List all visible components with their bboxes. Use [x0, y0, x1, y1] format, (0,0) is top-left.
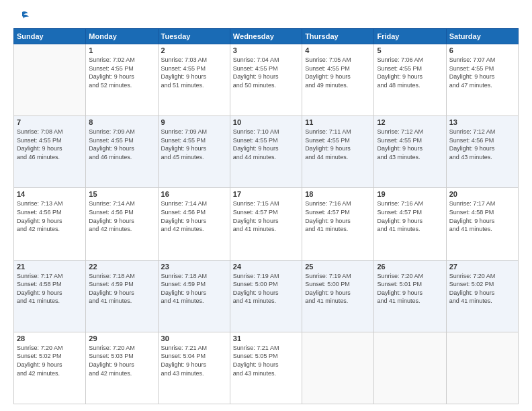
- calendar-cell: 24Sunrise: 7:19 AM Sunset: 5:00 PM Dayli…: [230, 260, 302, 332]
- day-number: 30: [161, 334, 227, 342]
- day-info: Sunrise: 7:20 AM Sunset: 5:01 PM Dayligh…: [377, 272, 443, 306]
- calendar-cell: 19Sunrise: 7:16 AM Sunset: 4:57 PM Dayli…: [374, 188, 446, 260]
- day-info: Sunrise: 7:17 AM Sunset: 4:58 PM Dayligh…: [449, 199, 515, 233]
- day-info: Sunrise: 7:06 AM Sunset: 4:55 PM Dayligh…: [377, 56, 443, 89]
- calendar-header-monday: Monday: [86, 29, 158, 44]
- calendar-cell: 25Sunrise: 7:19 AM Sunset: 5:00 PM Dayli…: [302, 260, 374, 332]
- day-number: 7: [17, 118, 83, 126]
- day-info: Sunrise: 7:03 AM Sunset: 4:55 PM Dayligh…: [161, 56, 227, 89]
- calendar-cell: 5Sunrise: 7:06 AM Sunset: 4:55 PM Daylig…: [374, 44, 446, 116]
- day-number: 21: [17, 263, 83, 271]
- day-number: 8: [89, 118, 154, 126]
- calendar-cell: 3Sunrise: 7:04 AM Sunset: 4:55 PM Daylig…: [230, 44, 302, 116]
- day-number: 14: [17, 190, 83, 198]
- calendar-cell: 22Sunrise: 7:18 AM Sunset: 4:59 PM Dayli…: [86, 260, 158, 332]
- day-number: 24: [233, 263, 299, 271]
- day-number: 11: [305, 118, 371, 126]
- logo-bird-icon: [15, 11, 30, 23]
- day-info: Sunrise: 7:10 AM Sunset: 4:55 PM Dayligh…: [233, 128, 299, 161]
- calendar-cell: 23Sunrise: 7:18 AM Sunset: 4:59 PM Dayli…: [158, 260, 230, 332]
- calendar-cell: 20Sunrise: 7:17 AM Sunset: 4:58 PM Dayli…: [446, 188, 518, 260]
- calendar-header-friday: Friday: [374, 29, 446, 44]
- day-info: Sunrise: 7:20 AM Sunset: 5:02 PM Dayligh…: [449, 272, 515, 306]
- day-number: 31: [233, 334, 299, 342]
- day-number: 22: [89, 263, 154, 271]
- calendar-header-row: SundayMondayTuesdayWednesdayThursdayFrid…: [14, 29, 519, 44]
- calendar-cell: 30Sunrise: 7:21 AM Sunset: 5:04 PM Dayli…: [158, 332, 230, 404]
- day-number: 26: [377, 263, 443, 271]
- day-number: 16: [161, 190, 227, 198]
- day-number: 3: [233, 46, 299, 54]
- calendar-header-thursday: Thursday: [302, 29, 374, 44]
- calendar-cell: 7Sunrise: 7:08 AM Sunset: 4:55 PM Daylig…: [14, 116, 86, 188]
- calendar-header-saturday: Saturday: [446, 29, 518, 44]
- day-info: Sunrise: 7:02 AM Sunset: 4:55 PM Dayligh…: [89, 56, 154, 89]
- calendar-cell: 6Sunrise: 7:07 AM Sunset: 4:55 PM Daylig…: [446, 44, 518, 116]
- day-info: Sunrise: 7:21 AM Sunset: 5:05 PM Dayligh…: [233, 344, 299, 377]
- day-number: 5: [377, 46, 443, 54]
- calendar-cell: 8Sunrise: 7:09 AM Sunset: 4:55 PM Daylig…: [86, 116, 158, 188]
- day-number: 15: [89, 190, 154, 198]
- calendar-week-row: 1Sunrise: 7:02 AM Sunset: 4:55 PM Daylig…: [14, 44, 519, 116]
- day-number: 20: [449, 190, 515, 198]
- calendar-cell: [302, 332, 374, 404]
- calendar-cell: 11Sunrise: 7:11 AM Sunset: 4:55 PM Dayli…: [302, 116, 374, 188]
- day-info: Sunrise: 7:16 AM Sunset: 4:57 PM Dayligh…: [377, 199, 443, 233]
- calendar-week-row: 21Sunrise: 7:17 AM Sunset: 4:58 PM Dayli…: [14, 260, 519, 332]
- day-number: 18: [305, 190, 371, 198]
- day-number: 2: [161, 46, 227, 54]
- day-info: Sunrise: 7:18 AM Sunset: 4:59 PM Dayligh…: [89, 272, 154, 306]
- calendar-cell: 17Sunrise: 7:15 AM Sunset: 4:57 PM Dayli…: [230, 188, 302, 260]
- calendar-cell: 18Sunrise: 7:16 AM Sunset: 4:57 PM Dayli…: [302, 188, 374, 260]
- calendar-week-row: 7Sunrise: 7:08 AM Sunset: 4:55 PM Daylig…: [14, 116, 519, 188]
- header: [13, 11, 519, 21]
- calendar-week-row: 14Sunrise: 7:13 AM Sunset: 4:56 PM Dayli…: [14, 188, 519, 260]
- day-info: Sunrise: 7:20 AM Sunset: 5:03 PM Dayligh…: [89, 344, 154, 377]
- day-info: Sunrise: 7:18 AM Sunset: 4:59 PM Dayligh…: [161, 272, 227, 306]
- calendar-cell: 10Sunrise: 7:10 AM Sunset: 4:55 PM Dayli…: [230, 116, 302, 188]
- day-info: Sunrise: 7:19 AM Sunset: 5:00 PM Dayligh…: [233, 272, 299, 306]
- calendar-cell: 13Sunrise: 7:12 AM Sunset: 4:56 PM Dayli…: [446, 116, 518, 188]
- calendar-cell: 9Sunrise: 7:09 AM Sunset: 4:55 PM Daylig…: [158, 116, 230, 188]
- calendar-cell: [14, 44, 86, 116]
- day-number: 29: [89, 334, 154, 342]
- calendar-cell: 28Sunrise: 7:20 AM Sunset: 5:02 PM Dayli…: [14, 332, 86, 404]
- calendar-cell: 29Sunrise: 7:20 AM Sunset: 5:03 PM Dayli…: [86, 332, 158, 404]
- calendar-cell: 15Sunrise: 7:14 AM Sunset: 4:56 PM Dayli…: [86, 188, 158, 260]
- day-info: Sunrise: 7:20 AM Sunset: 5:02 PM Dayligh…: [17, 344, 83, 377]
- day-number: 27: [449, 263, 515, 271]
- calendar-cell: 12Sunrise: 7:12 AM Sunset: 4:55 PM Dayli…: [374, 116, 446, 188]
- day-info: Sunrise: 7:14 AM Sunset: 4:56 PM Dayligh…: [89, 199, 154, 233]
- day-number: 4: [305, 46, 371, 54]
- logo: [13, 11, 30, 21]
- calendar-cell: 4Sunrise: 7:05 AM Sunset: 4:55 PM Daylig…: [302, 44, 374, 116]
- page: SundayMondayTuesdayWednesdayThursdayFrid…: [0, 0, 532, 411]
- day-info: Sunrise: 7:21 AM Sunset: 5:04 PM Dayligh…: [161, 344, 227, 377]
- calendar-cell: 1Sunrise: 7:02 AM Sunset: 4:55 PM Daylig…: [86, 44, 158, 116]
- calendar-cell: 31Sunrise: 7:21 AM Sunset: 5:05 PM Dayli…: [230, 332, 302, 404]
- day-info: Sunrise: 7:13 AM Sunset: 4:56 PM Dayligh…: [17, 199, 83, 233]
- day-info: Sunrise: 7:08 AM Sunset: 4:55 PM Dayligh…: [17, 128, 83, 161]
- day-info: Sunrise: 7:12 AM Sunset: 4:56 PM Dayligh…: [449, 128, 515, 161]
- calendar-cell: 14Sunrise: 7:13 AM Sunset: 4:56 PM Dayli…: [14, 188, 86, 260]
- day-info: Sunrise: 7:17 AM Sunset: 4:58 PM Dayligh…: [17, 272, 83, 306]
- calendar-header-wednesday: Wednesday: [230, 29, 302, 44]
- day-number: 1: [89, 46, 154, 54]
- day-number: 9: [161, 118, 227, 126]
- day-number: 10: [233, 118, 299, 126]
- day-info: Sunrise: 7:19 AM Sunset: 5:00 PM Dayligh…: [305, 272, 371, 306]
- day-info: Sunrise: 7:16 AM Sunset: 4:57 PM Dayligh…: [305, 199, 371, 233]
- calendar-cell: [374, 332, 446, 404]
- calendar-cell: [446, 332, 518, 404]
- day-info: Sunrise: 7:09 AM Sunset: 4:55 PM Dayligh…: [161, 128, 227, 161]
- day-number: 17: [233, 190, 299, 198]
- calendar-cell: 2Sunrise: 7:03 AM Sunset: 4:55 PM Daylig…: [158, 44, 230, 116]
- day-info: Sunrise: 7:04 AM Sunset: 4:55 PM Dayligh…: [233, 56, 299, 89]
- day-info: Sunrise: 7:14 AM Sunset: 4:56 PM Dayligh…: [161, 199, 227, 233]
- day-number: 6: [449, 46, 515, 54]
- calendar-cell: 16Sunrise: 7:14 AM Sunset: 4:56 PM Dayli…: [158, 188, 230, 260]
- day-info: Sunrise: 7:12 AM Sunset: 4:55 PM Dayligh…: [377, 128, 443, 161]
- day-number: 12: [377, 118, 443, 126]
- day-info: Sunrise: 7:09 AM Sunset: 4:55 PM Dayligh…: [89, 128, 154, 161]
- calendar-header-tuesday: Tuesday: [158, 29, 230, 44]
